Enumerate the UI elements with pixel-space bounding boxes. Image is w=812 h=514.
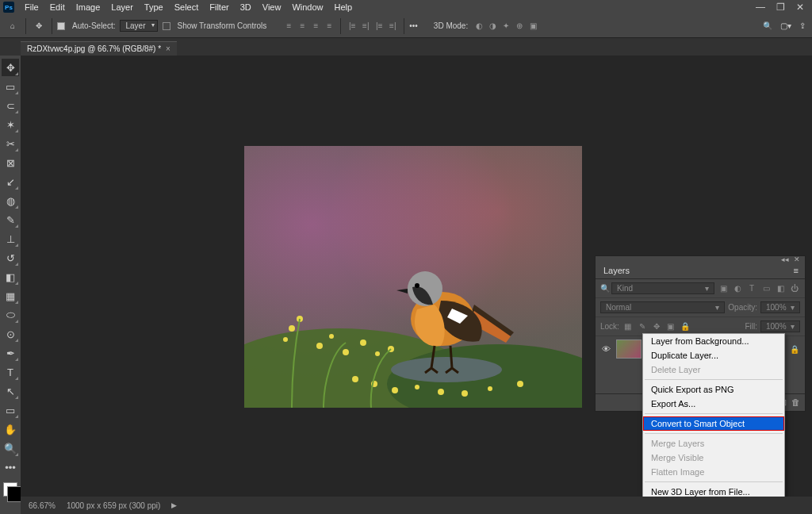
type-filter-icon[interactable]: T [746, 283, 757, 294]
dist-icon[interactable]: |≡ [346, 20, 358, 33]
close-icon[interactable]: ✕ [796, 2, 804, 13]
marquee-tool[interactable]: ▭ [2, 78, 19, 95]
shape-filter-icon[interactable]: ▭ [760, 283, 772, 294]
svg-point-11 [375, 351, 380, 356]
cam-icon[interactable]: ▣ [527, 20, 539, 33]
healing-tool[interactable]: ◍ [2, 192, 19, 209]
menu-edit[interactable]: Edit [44, 1, 71, 13]
share-icon[interactable]: ⇪ [799, 21, 806, 30]
dolly-icon[interactable]: ✦ [500, 20, 512, 33]
menu-select[interactable]: Select [169, 1, 205, 13]
delete-icon[interactable]: 🗑 [791, 397, 800, 408]
dist-icon[interactable]: ≡| [359, 20, 372, 33]
adjust-filter-icon[interactable]: ◐ [732, 283, 743, 294]
stamp-tool[interactable]: ⊥ [2, 230, 19, 247]
orbit-icon[interactable]: ◐ [473, 20, 485, 33]
selection-tool[interactable]: ✶ [2, 116, 19, 133]
dodge-tool[interactable]: ⊙ [2, 325, 19, 343]
lasso-tool[interactable]: ⊂ [2, 97, 19, 114]
ctx-convert-smart[interactable]: Convert to Smart Object [643, 416, 784, 431]
crop-tool[interactable]: ✂ [2, 135, 19, 152]
document-tab[interactable]: RzDXtvwc4p.jpg @ 66.7% (RGB/8#) * × [21, 41, 177, 56]
hand-tool[interactable]: ✋ [2, 420, 19, 438]
layers-tab[interactable]: Layers [596, 263, 638, 278]
panel-grip[interactable]: ◂◂✕ [596, 256, 805, 263]
layer-thumb[interactable] [616, 339, 642, 359]
edit-toolbar[interactable]: ••• [2, 458, 19, 476]
dist-icon[interactable]: ≡| [386, 20, 399, 33]
restore-icon[interactable]: ❐ [776, 2, 785, 13]
ctx-quick-export[interactable]: Quick Export as PNG [643, 382, 784, 397]
menu-image[interactable]: Image [71, 1, 106, 13]
blend-mode-dropdown[interactable]: Normal▾ [600, 301, 725, 313]
path-tool[interactable]: ↖ [2, 382, 19, 400]
tab-title: RzDXtvwc4p.jpg @ 66.7% (RGB/8#) * [27, 44, 161, 53]
align-icon[interactable]: ≡ [309, 20, 322, 33]
lock-pos-icon[interactable]: ✥ [651, 321, 662, 332]
history-brush-tool[interactable]: ↺ [2, 249, 19, 267]
menu-filter[interactable]: Filter [204, 1, 234, 13]
align-icon[interactable]: ≡ [282, 20, 295, 33]
tab-close-icon[interactable]: × [166, 44, 170, 53]
frame-tool[interactable]: ⊠ [2, 154, 19, 171]
menu-view[interactable]: View [257, 1, 287, 13]
menu-3d[interactable]: 3D [235, 1, 257, 13]
ctx-export-as[interactable]: Export As... [643, 397, 784, 411]
opacity-field[interactable]: 100%▾ [760, 301, 800, 313]
menu-layer[interactable]: Layer [105, 1, 139, 13]
smart-filter-icon[interactable]: ◧ [775, 283, 786, 294]
show-transform-check[interactable] [163, 22, 170, 30]
filter-type-dropdown[interactable]: Kind▾ [611, 282, 714, 294]
lock-artb-icon[interactable]: ▣ [665, 321, 676, 332]
auto-select-dropdown[interactable]: Layer [120, 20, 157, 32]
gradient-tool[interactable]: ▦ [2, 287, 19, 305]
minimize-icon[interactable]: — [756, 2, 765, 13]
lock-pixel-icon[interactable]: ✎ [637, 321, 648, 332]
zoom-tool[interactable]: 🔍 [2, 439, 19, 457]
color-swatch[interactable] [3, 482, 17, 497]
dist-icon[interactable]: |≡ [373, 20, 385, 33]
filter-toggle[interactable]: ⏻ [789, 283, 800, 294]
ctx-duplicate[interactable]: Duplicate Layer... [643, 348, 784, 362]
brush-tool[interactable]: ✎ [2, 211, 19, 228]
lock-trans-icon[interactable]: ▦ [622, 321, 634, 332]
move-tool[interactable]: ✥ [2, 59, 19, 76]
pen-tool[interactable]: ✒ [2, 344, 19, 362]
move-tool-icon[interactable]: ✥ [31, 18, 47, 34]
zoom-level[interactable]: 66.67% [29, 501, 56, 510]
menu-window[interactable]: Window [286, 1, 328, 13]
pan-icon[interactable]: ◑ [486, 20, 499, 33]
search-icon[interactable]: 🔍 [763, 21, 772, 30]
svg-point-7 [316, 343, 323, 349]
menu-help[interactable]: Help [329, 1, 358, 13]
search-mini-icon[interactable]: 🔍 [600, 284, 608, 293]
svg-point-19 [488, 386, 492, 391]
lock-indicator-icon[interactable]: 🔒 [789, 343, 800, 355]
type-tool[interactable]: T [2, 363, 19, 381]
workspace-icon[interactable]: ▢▾ [780, 21, 791, 30]
status-arrow-icon[interactable]: ▶ [171, 501, 177, 509]
ctx-layer-from-bg[interactable]: Layer from Background... [643, 334, 784, 348]
eyedropper-tool[interactable]: ↙ [2, 173, 19, 190]
lock-all-icon[interactable]: 🔒 [680, 321, 691, 332]
menu-type[interactable]: Type [139, 1, 169, 13]
pixel-filter-icon[interactable]: ▣ [718, 283, 729, 294]
ctx-sep [645, 379, 783, 380]
home-icon[interactable]: ⌂ [5, 18, 21, 34]
slide-icon[interactable]: ⊕ [513, 20, 526, 33]
panel-menu-icon[interactable]: ≡ [787, 263, 805, 278]
align-icon[interactable]: ≡ [296, 20, 308, 33]
shape-tool[interactable]: ▭ [2, 401, 19, 419]
3d-group: ◐◑✦⊕▣ [473, 20, 539, 33]
menu-file[interactable]: File [19, 1, 44, 13]
blur-tool[interactable]: ⬭ [2, 306, 19, 324]
quickmask-icon[interactable]: ▣ [2, 511, 19, 514]
doc-dims[interactable]: 1000 px x 659 px (300 ppi) [67, 501, 160, 510]
visibility-icon[interactable]: 👁 [600, 344, 611, 354]
window-controls: — ❐ ✕ [756, 2, 809, 13]
eraser-tool[interactable]: ◧ [2, 268, 19, 286]
align-icon[interactable]: ≡ [323, 20, 335, 33]
auto-select-check[interactable] [57, 22, 65, 30]
more-icon[interactable]: ••• [409, 21, 418, 30]
fill-field[interactable]: 100%▾ [760, 320, 800, 332]
